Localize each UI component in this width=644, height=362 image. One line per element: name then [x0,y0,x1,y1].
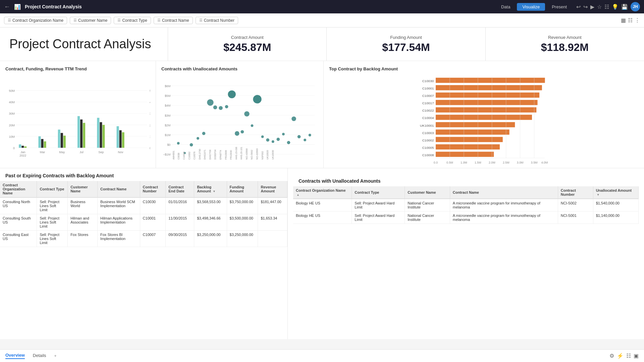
ttm-trend-panel: Contract, Funding, Revenue TTM Trend 50M… [0,61,156,168]
svg-point-75 [266,138,269,142]
export-button[interactable]: 💾 [621,4,628,10]
svg-point-68 [228,90,235,98]
filter-chip-name[interactable]: ☰ Contract Name [154,17,193,24]
unallocated-table-wrap[interactable]: Contract Organization Name ▲ Contract Ty… [293,186,639,224]
svg-text:30M: 30M [150,112,150,115]
more-button[interactable]: ⋮ [635,17,640,23]
cell-backlog: $3,498,346.66 [194,214,227,231]
tab-data[interactable]: Data [496,3,516,11]
tab-bar-settings-button[interactable]: ⚙ [609,353,614,359]
filterbar: ☰ Contract Organization Name ☰ Customer … [0,13,644,27]
user-avatar[interactable]: JH [631,2,640,11]
cell-end-date: 09/30/2015 [166,231,194,247]
undo-button[interactable]: ↩ [576,4,581,10]
svg-text:FR10030: FR10030 [230,150,232,160]
kpi-title-area: Project Contract Analysis [0,27,168,61]
ucol-org[interactable]: Contract Organization Name ▲ [293,186,352,199]
svg-text:0.5M: 0.5M [446,161,453,164]
tab-visualize[interactable]: Visualize [517,3,545,11]
ucell-type: Sell: Project Award Hard Limit [352,199,405,212]
col-funding[interactable]: Funding Amount [227,181,258,197]
grid-view-button[interactable]: ☷ [628,17,633,23]
svg-text:0: 0 [13,146,15,150]
tab-bar-lightning-button[interactable]: ⚡ [617,353,624,359]
svg-text:10M: 10M [150,135,150,138]
svg-text:Mar: Mar [40,150,45,154]
ucol-name[interactable]: Contract Name [450,186,558,199]
ucol-type[interactable]: Contract Type [352,186,405,199]
filterbar-right: ▦ ☷ ⋮ [621,17,640,23]
kpi-funding-amount-value: $177.54M [382,41,430,54]
col-backlog[interactable]: Backlog Amount ▼ [194,181,227,197]
lightbulb-button[interactable]: 💡 [612,4,619,10]
ucol-customer[interactable]: Customer Name [405,186,450,199]
col-end-date[interactable]: Contract End Date [166,181,194,197]
col-customer[interactable]: Customer Name [68,181,98,197]
filter-chip-number[interactable]: ☰ Contract Number [196,17,238,24]
svg-rect-106 [436,93,539,98]
svg-text:30M: 30M [9,112,15,115]
tab-bar: Overview Details + ⚙ ⚡ ☷ ▣ [0,349,644,362]
past-contracts-table-wrap[interactable]: Contract Organization Name Contract Type… [0,181,287,247]
kpi-contract-amount-value: $245.87M [223,41,271,54]
cell-funding: $3,500,000.00 [227,214,258,231]
svg-point-67 [225,105,228,108]
ucol-number[interactable]: Contract Number [558,186,593,199]
svg-text:AMH001: AMH001 [172,150,175,160]
filter-button[interactable]: ▦ [621,17,626,23]
ucell-unallocated: $1,140,000.00 [593,212,638,224]
svg-text:C10062: C10062 [188,152,191,160]
cell-type: Sell: Project Lines Soft Limit [37,214,68,231]
tab-details[interactable]: Details [33,353,46,359]
svg-text:50M: 50M [9,89,15,93]
svg-rect-26 [63,136,66,148]
grid-button[interactable]: ☷ [604,4,609,10]
play-button[interactable]: ▶ [590,4,594,10]
tab-add-button[interactable]: + [54,354,57,358]
tab-bar-layout-button[interactable]: ☷ [626,353,631,359]
redo-button[interactable]: ↪ [583,4,588,10]
svg-point-76 [272,140,274,143]
cell-customer: Fox Stores [68,231,98,247]
col-revenue[interactable]: Revenue Amount [258,181,287,197]
tab-bar-right: ⚙ ⚡ ☷ ▣ [609,353,639,359]
svg-rect-105 [436,85,542,90]
cell-type: Sell: Project Lines Soft Limit [37,197,68,214]
back-button[interactable]: ← [4,3,10,10]
svg-text:C10002: C10002 [422,138,434,142]
tab-present[interactable]: Present [546,3,572,11]
tab-bar-expand-button[interactable]: ▣ [634,353,639,359]
filter-chip-org[interactable]: ☰ Contract Organization Name [4,17,67,24]
filter-chip-customer[interactable]: ☰ Customer Name [70,17,111,24]
filter-chip-type[interactable]: ☰ Contract Type [114,17,151,24]
svg-text:HHS-15-036: HHS-15-036 [235,147,237,160]
svg-text:−$1M: −$1M [163,153,170,156]
svg-rect-35 [122,132,124,148]
col-type[interactable]: Contract Type [37,181,68,197]
topbar-actions: ↩ ↪ ▶ ☆ ☷ 💡 💾 JH [576,2,640,11]
svg-text:10M: 10M [9,135,15,138]
ucol-unallocated[interactable]: Unallocated Amount ▼ [593,186,638,199]
tab-overview[interactable]: Overview [5,353,25,359]
svg-rect-108 [436,107,536,112]
svg-point-70 [240,130,244,133]
ttm-chart-svg: 50M 40M 30M 20M 10M 0 50M 40M 30M 20M 10… [5,75,150,168]
svg-text:Jan: Jan [20,150,25,154]
svg-text:C10076: C10076 [193,152,196,160]
svg-text:C10004: C10004 [422,116,434,120]
col-number[interactable]: Contract Number [140,181,166,197]
bookmark-button[interactable]: ☆ [597,4,602,10]
cell-backlog: $3,568,553.00 [194,197,227,214]
col-contract-name[interactable]: Contract Name [98,181,140,197]
svg-rect-109 [436,115,532,120]
scatter-chart-title: Contracts with Unallocated Amounts [161,66,318,71]
svg-rect-28 [80,119,83,147]
svg-text:C10001: C10001 [422,86,434,90]
svg-text:DOE8704: DOE8704 [214,149,216,160]
col-org-name[interactable]: Contract Organization Name [0,181,37,197]
svg-text:C0038: C0038 [177,153,180,160]
kpi-revenue-amount: Revenue Amount $118.92M [485,27,644,61]
topbar-tabs: Data Visualize Present [496,3,572,11]
svg-point-61 [190,143,193,146]
top-contracts-svg: C10030 C10001 C10007 C10017 C10022 C1000… [329,75,639,168]
